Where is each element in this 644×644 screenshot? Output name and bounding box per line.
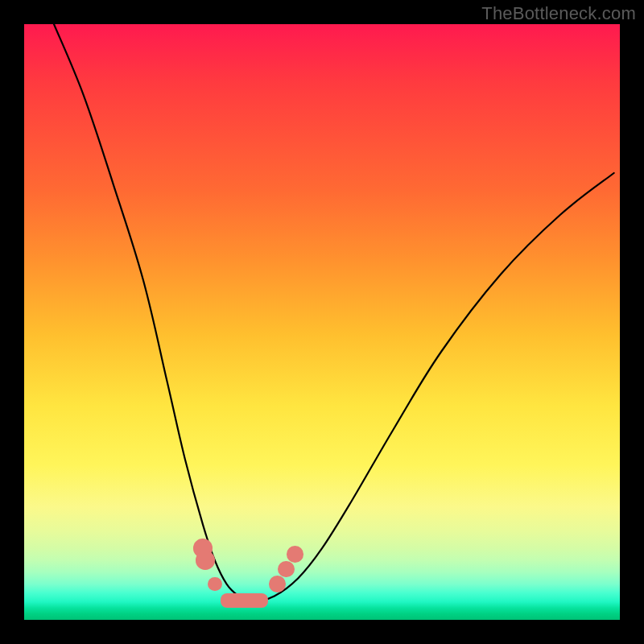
chart-frame: [24, 24, 620, 620]
curve-marker-dot: [269, 576, 286, 592]
curve-marker-dot: [208, 577, 222, 592]
curve-marker-pill: [221, 593, 268, 608]
bottleneck-curve: [24, 24, 620, 620]
watermark-text: TheBottleneck.com: [481, 3, 636, 24]
curve-marker-dot: [287, 546, 303, 563]
curve-marker-dot: [196, 551, 215, 570]
